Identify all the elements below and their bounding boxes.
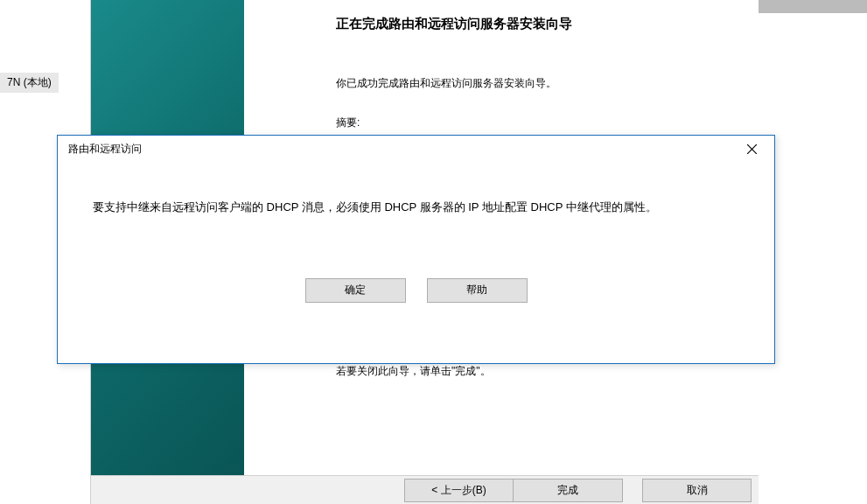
back-button[interactable]: < 上一步(B) <box>404 479 514 502</box>
tree-node-local[interactable]: 7N (本地) <box>0 73 59 93</box>
message-box-title: 路由和远程访问 <box>68 142 142 157</box>
message-box: 路由和远程访问 要支持中继来自远程访问客户端的 DHCP 消息，必须使用 DHC… <box>57 135 775 364</box>
help-button[interactable]: 帮助 <box>427 278 528 303</box>
cancel-button[interactable]: 取消 <box>642 479 752 502</box>
message-box-buttons: 确定 帮助 <box>93 278 739 303</box>
message-box-body: 要支持中继来自远程访问客户端的 DHCP 消息，必须使用 DHCP 服务器的 I… <box>58 162 774 320</box>
message-box-titlebar: 路由和远程访问 <box>58 136 774 162</box>
wizard-title: 正在完成路由和远程访问服务器安装向导 <box>336 16 732 32</box>
close-icon <box>747 144 757 154</box>
wizard-button-bar: < 上一步(B) 完成 取消 <box>91 475 759 504</box>
wizard-completed-text: 你已成功完成路由和远程访问服务器安装向导。 <box>336 76 732 91</box>
background-bar <box>758 0 867 13</box>
close-button[interactable] <box>734 138 769 159</box>
finish-button[interactable]: 完成 <box>514 479 623 502</box>
ok-button[interactable]: 确定 <box>305 278 406 303</box>
wizard-close-instruction: 若要关闭此向导，请单击"完成"。 <box>336 364 732 379</box>
wizard-summary-label: 摘要: <box>336 116 732 130</box>
message-box-text: 要支持中继来自远程访问客户端的 DHCP 消息，必须使用 DHCP 服务器的 I… <box>93 199 739 217</box>
